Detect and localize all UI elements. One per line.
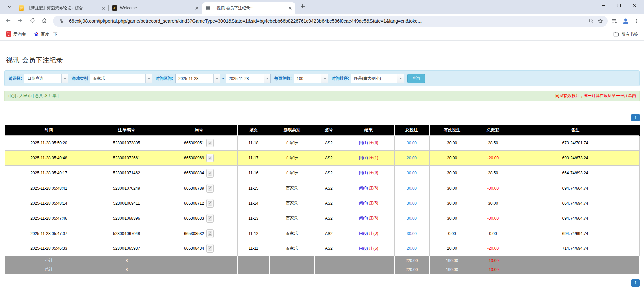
game-type-value: 百家乐 — [90, 74, 145, 83]
cell-round-id: 665308434 — [160, 241, 238, 256]
table-header-row: 时间注单编号局号场次游戏类别桌号结果总投注有效投注总派彩备注 — [5, 125, 639, 135]
cell-remark: 714.74/694.74 — [511, 241, 639, 256]
total-payout: -13.00 — [475, 265, 511, 274]
baidu-icon — [34, 31, 39, 38]
browser-menu-icon[interactable] — [632, 17, 641, 26]
cell-total-bet[interactable]: 30.00 — [394, 211, 429, 226]
cell-total-bet[interactable]: 20.00 — [394, 150, 429, 165]
cell-valid-bet: 30.00 — [429, 196, 475, 211]
cell-table-id: AS2 — [314, 196, 343, 211]
browser-tab[interactable]: :::视讯 会员下注纪录::: — [202, 2, 295, 14]
cell-session: 11-14 — [238, 196, 269, 211]
bookmark-item[interactable]: 爱淘宝 — [3, 30, 29, 39]
cell-valid-bet: 0.00 — [429, 226, 475, 241]
combo-arrow-icon[interactable] — [264, 74, 270, 83]
cell-bet-id: 523001070249 — [93, 181, 160, 196]
page-number-button[interactable]: 1 — [631, 279, 640, 287]
search-button[interactable]: 查询 — [407, 74, 425, 83]
page-size-value: 100 — [294, 74, 321, 83]
maximize-icon — [617, 3, 621, 9]
video-replay-icon[interactable] — [206, 199, 214, 208]
browser-tab[interactable]: Welcome — [109, 2, 202, 14]
address-bar[interactable]: 66cxkj98.com/ipl/portal.php/game/betreco… — [53, 16, 608, 27]
page-size-combobox[interactable]: 100 — [294, 74, 328, 83]
window-maximize-button[interactable] — [611, 0, 627, 11]
cell-game-type: 百家乐 — [269, 211, 314, 226]
video-replay-icon[interactable] — [206, 154, 214, 162]
bookmark-item[interactable]: 百度一下 — [31, 30, 60, 39]
cell-session: 11-17 — [238, 150, 269, 165]
combo-arrow-icon[interactable] — [321, 74, 328, 83]
close-icon — [632, 3, 636, 9]
cell-time: 2025-11-28 05:50:20 — [5, 135, 93, 150]
select-label: 请选择: — [9, 76, 22, 81]
back-icon — [5, 18, 11, 25]
zoom-icon[interactable] — [587, 17, 596, 26]
video-replay-icon[interactable] — [206, 169, 214, 178]
tab-close-icon[interactable] — [287, 5, 293, 11]
cell-bet-id: 523001068396 — [93, 211, 160, 226]
media-controls-icon[interactable] — [610, 17, 619, 26]
subtotal-row: 小计 8 220.00 190.00 -13.00 — [5, 256, 639, 265]
video-replay-icon[interactable] — [206, 244, 214, 253]
browser-tab[interactable]: 【新提醒】海燕策略论坛 - 综合 — [15, 2, 109, 14]
back-button[interactable] — [2, 15, 14, 27]
date-to-value: 2025-11-28 — [226, 74, 264, 83]
cell-bet-id: 523001072661 — [93, 150, 160, 165]
url-text[interactable]: 66cxkj98.com/ipl/portal.php/game/betreco… — [69, 18, 584, 24]
cell-valid-bet: 30.00 — [429, 135, 475, 150]
window-minimize-button[interactable] — [596, 0, 611, 11]
combo-arrow-icon[interactable] — [213, 74, 220, 83]
subtotal-total-bet: 220.00 — [394, 256, 429, 265]
date-from-combobox[interactable]: 2025-11-28 — [175, 74, 220, 83]
date-to-combobox[interactable]: 2025-11-28 — [226, 74, 271, 83]
video-replay-icon[interactable] — [206, 139, 214, 147]
page-content: 视讯 会员下注纪录 请选择: 日期查询 游戏类别 百家乐 时间区间: 2025-… — [0, 56, 644, 287]
profile-avatar-icon[interactable] — [621, 17, 630, 26]
forward-button[interactable] — [14, 15, 26, 27]
window-close-button[interactable] — [627, 0, 642, 11]
combo-arrow-icon[interactable] — [145, 74, 152, 83]
all-bookmarks-button[interactable]: 所有书签 — [611, 30, 641, 39]
cell-valid-bet: 20.00 — [429, 241, 475, 256]
combo-arrow-icon[interactable] — [61, 74, 68, 83]
video-replay-icon[interactable] — [206, 184, 214, 193]
bookmark-label: 百度一下 — [41, 32, 58, 37]
column-header: 注单编号 — [93, 125, 160, 135]
bet-records-table: 时间注单编号局号场次游戏类别桌号结果总投注有效投注总派彩备注 2025-11-2… — [4, 125, 640, 274]
sort-combobox[interactable]: 降幕(由大到小) — [351, 74, 404, 83]
combo-arrow-icon[interactable] — [397, 74, 404, 83]
video-replay-icon[interactable] — [206, 214, 214, 223]
filter-bar: 请选择: 日期查询 游戏类别 百家乐 时间区间: 2025-11-28 ~ 20… — [4, 70, 640, 86]
cell-total-bet[interactable]: 30.00 — [394, 196, 429, 211]
cell-session: 11-12 — [238, 226, 269, 241]
video-replay-icon[interactable] — [206, 229, 214, 238]
home-button[interactable] — [39, 15, 50, 27]
tab-close-icon[interactable] — [194, 5, 199, 11]
column-header: 总投注 — [394, 125, 429, 135]
cell-total-bet[interactable]: 30.00 — [394, 181, 429, 196]
query-type-combobox[interactable]: 日期查询 — [24, 74, 68, 83]
cell-remark: 664.74/693.24 — [511, 165, 639, 181]
tab-search-button[interactable] — [5, 2, 14, 12]
cell-game-type: 百家乐 — [269, 226, 314, 241]
site-info-icon[interactable] — [57, 17, 66, 26]
cell-result: 闲(0) 庄(6) — [343, 181, 394, 196]
new-tab-button[interactable] — [298, 2, 307, 12]
cell-total-bet[interactable]: 30.00 — [394, 165, 429, 181]
cell-total-bet[interactable]: 20.00 — [394, 241, 429, 256]
cell-table-id: AS2 — [314, 211, 343, 226]
cell-round-id: 665309051 — [160, 135, 238, 150]
game-type-combobox[interactable]: 百家乐 — [90, 74, 152, 83]
reload-button[interactable] — [27, 15, 38, 27]
cell-remark: 673.24/701.74 — [511, 135, 639, 150]
cell-total-bet[interactable]: 30.00 — [394, 226, 429, 241]
cell-bet-id: 523001073805 — [93, 135, 160, 150]
cell-payout: -20.00 — [475, 150, 511, 165]
globe-favicon — [205, 5, 211, 11]
page-number-button[interactable]: 1 — [631, 114, 640, 121]
table-row: 2025-11-28 05:47:07523001067048665308532… — [5, 226, 639, 241]
cell-total-bet[interactable]: 30.00 — [394, 135, 429, 150]
tab-close-icon[interactable] — [101, 5, 106, 11]
bookmark-star-icon[interactable] — [596, 17, 604, 26]
